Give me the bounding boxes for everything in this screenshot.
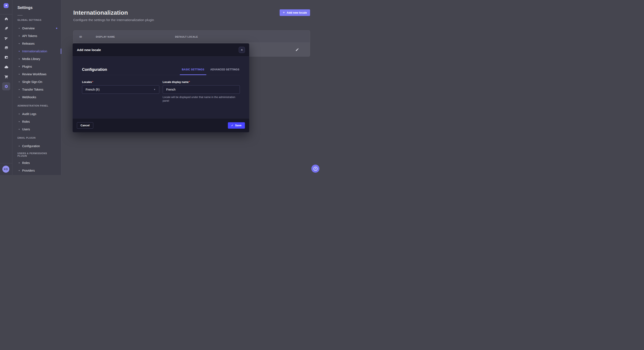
sidebar-item-providers[interactable]: Providers	[12, 167, 61, 174]
sidebar-section-label: ADMINISTRATION PANEL	[12, 102, 61, 109]
sidebar-item-label: API Tokens	[22, 34, 37, 38]
sidebar-section-items: Overview API Tokens Releases Internation…	[12, 24, 61, 101]
bullet-icon	[19, 89, 20, 90]
sidebar-item-label: Overview	[22, 26, 34, 30]
bullet-icon	[19, 146, 20, 147]
sidebar-item-users[interactable]: Users	[12, 126, 61, 133]
bullet-icon	[19, 121, 20, 122]
configuration-title: Configuration	[82, 67, 107, 72]
display-name-hint: Locale will be displayed under that name…	[163, 95, 240, 103]
sidebar-item-label: Users	[22, 128, 30, 131]
column-header-id: ID	[80, 35, 82, 38]
bullet-icon	[19, 43, 20, 44]
column-header-display-name: DISPLAY NAME	[96, 35, 115, 38]
sidebar-item-label: Webhooks	[22, 95, 36, 99]
sidebar-item-label: Providers	[22, 169, 35, 172]
modal-footer: Cancel ✓ Save	[72, 118, 249, 132]
sidebar-item-label: Roles	[22, 161, 30, 165]
modal-header: Add new locale ✕	[72, 43, 249, 57]
sidebar-item-single-sign-on[interactable]: Single Sign-On	[12, 78, 61, 86]
display-name-input[interactable]: French	[163, 85, 240, 94]
sidebar-item-label: Review Workflows	[22, 72, 46, 76]
display-name-input-value: French	[166, 88, 176, 91]
marketplace-cart-icon[interactable]	[2, 73, 10, 80]
tab-basic-settings[interactable]: BASIC SETTINGS	[182, 67, 205, 72]
sidebar-item-plugins[interactable]: Plugins	[12, 63, 61, 70]
paper-plane-icon[interactable]	[2, 34, 10, 42]
sidebar-item-label: Single Sign-On	[22, 80, 42, 84]
sidebar-item-label: Configuration	[22, 144, 40, 148]
sidebar-title: Settings	[18, 5, 32, 10]
rail-divider	[0, 163, 12, 163]
cancel-button[interactable]: Cancel	[77, 122, 93, 129]
home-icon[interactable]	[2, 15, 10, 22]
bullet-icon	[19, 114, 20, 114]
display-name-label: Locale display name*	[163, 81, 240, 84]
table-header: ID DISPLAY NAME DEFAULT LOCALE	[74, 31, 310, 43]
sidebar-section-label: GLOBAL SETTINGS	[12, 16, 61, 23]
sidebar-item-releases[interactable]: Releases	[12, 40, 61, 47]
add-new-locale-button[interactable]: + Add new locale	[280, 9, 310, 16]
locales-label: Locales*	[82, 81, 159, 84]
chevron-down-icon: ▼	[154, 88, 156, 91]
bullet-icon	[19, 129, 20, 130]
sidebar-section-label: EMAIL PLUGIN	[12, 134, 61, 141]
add-new-locale-modal: Add new locale ✕ Configuration BASIC SET…	[72, 43, 249, 132]
pencil-edit-icon[interactable]	[294, 47, 300, 52]
bullet-icon	[19, 170, 20, 171]
sidebar-item-internationalization[interactable]: Internationalization	[12, 47, 61, 55]
bullet-icon	[19, 51, 20, 52]
configuration-header-row: Configuration BASIC SETTINGS ADVANCED SE…	[82, 67, 240, 75]
page-subtitle: Configure the settings for the Internati…	[73, 18, 154, 22]
save-button[interactable]: ✓ Save	[228, 122, 245, 129]
display-name-field: Locale display name* French Locale will …	[163, 81, 240, 103]
settings-gear-icon[interactable]	[2, 82, 10, 90]
sidebar-item-overview[interactable]: Overview	[12, 24, 61, 32]
media-library-icon[interactable]	[2, 44, 10, 51]
sidebar-item-roles[interactable]: Roles	[12, 159, 61, 167]
column-header-default-locale: DEFAULT LOCALE	[175, 35, 198, 38]
tab-advanced-settings[interactable]: ADVANCED SETTINGS	[210, 67, 240, 72]
sidebar-item-transfer-tokens[interactable]: Transfer Tokens	[12, 86, 61, 93]
plus-icon: +	[283, 11, 285, 14]
question-mark-icon: ?	[314, 167, 318, 171]
sidebar-item-label: Media Library	[22, 57, 40, 61]
sidebar-item-label: Audit Logs	[22, 112, 36, 116]
bullet-icon	[19, 58, 20, 59]
sidebar-section-items: Roles Providers	[12, 159, 61, 174]
modal-title: Add new locale	[77, 48, 101, 52]
bullet-icon	[19, 35, 20, 36]
feather-icon[interactable]	[2, 25, 10, 32]
bullet-icon	[19, 28, 20, 29]
sidebar-item-webhooks[interactable]: Webhooks	[12, 93, 61, 101]
sidebar-section-label: USERS & PERMISSIONS PLUGIN	[12, 151, 61, 158]
sidebar-item-label: Roles	[22, 120, 30, 123]
cloud-icon[interactable]	[2, 63, 10, 71]
modal-body: Configuration BASIC SETTINGS ADVANCED SE…	[72, 57, 249, 103]
sidebar-item-audit-logs[interactable]: Audit Logs	[12, 110, 61, 118]
content-manager-icon[interactable]	[2, 54, 10, 61]
notification-dot-icon	[56, 28, 57, 29]
sidebar-section: ADMINISTRATION PANEL Audit Logs Roles Us…	[12, 102, 61, 133]
help-button[interactable]: ?	[311, 165, 320, 173]
sidebar-item-configuration[interactable]: Configuration	[12, 142, 61, 150]
modal-fields: Locales* French (fr) ▼ Locale display na…	[82, 81, 240, 103]
nav-rail: KD	[0, 0, 12, 175]
bullet-icon	[19, 66, 20, 67]
settings-tabs: BASIC SETTINGS ADVANCED SETTINGS	[182, 67, 240, 72]
sidebar-item-label: Transfer Tokens	[22, 88, 44, 91]
user-avatar[interactable]: KD	[2, 166, 9, 173]
locales-select[interactable]: French (fr) ▼	[82, 85, 159, 94]
required-asterisk: *	[189, 81, 190, 84]
locales-select-value: French (fr)	[86, 88, 100, 91]
sidebar-section-items: Configuration	[12, 142, 61, 150]
sidebar-item-roles[interactable]: Roles	[12, 118, 61, 126]
sidebar-item-media-library[interactable]: Media Library	[12, 55, 61, 63]
close-x-icon[interactable]: ✕	[239, 47, 245, 53]
check-icon: ✓	[231, 124, 234, 127]
sidebar-section: EMAIL PLUGIN Configuration	[12, 134, 61, 150]
sidebar-item-review-workflows[interactable]: Review Workflows	[12, 70, 61, 78]
sidebar-item-api-tokens[interactable]: API Tokens	[12, 32, 61, 40]
strapi-logo-icon[interactable]	[4, 3, 8, 8]
bullet-icon	[19, 81, 20, 82]
